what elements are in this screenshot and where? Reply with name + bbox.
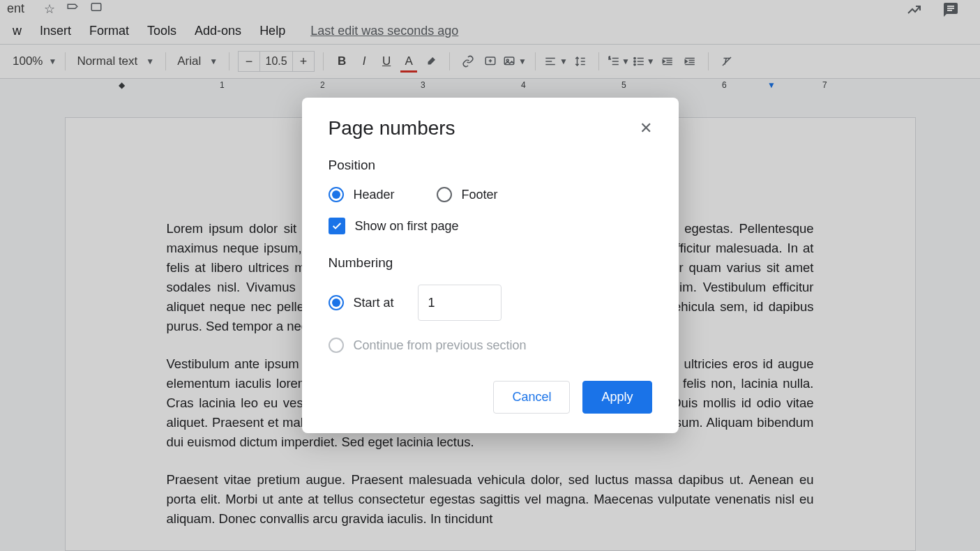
checkbox-icon xyxy=(329,218,345,234)
numbering-section-label: Numbering xyxy=(329,255,652,271)
dialog-title: Page numbers xyxy=(329,117,455,139)
radio-icon xyxy=(437,187,452,202)
modal-overlay: Page numbers ✕ Position Header Footer Sh… xyxy=(0,0,980,551)
radio-icon xyxy=(329,187,344,202)
position-footer-radio[interactable]: Footer xyxy=(437,187,498,202)
show-first-page-checkbox[interactable]: Show on first page xyxy=(329,218,652,234)
radio-label: Header xyxy=(354,188,395,202)
start-at-radio[interactable]: Start at xyxy=(329,295,394,310)
close-icon[interactable]: ✕ xyxy=(640,119,652,137)
position-header-radio[interactable]: Header xyxy=(329,187,395,202)
radio-label: Footer xyxy=(462,188,498,202)
apply-button[interactable]: Apply xyxy=(582,381,651,414)
radio-label: Continue from previous section xyxy=(354,338,527,353)
radio-icon xyxy=(329,295,344,310)
start-at-input[interactable] xyxy=(418,285,502,321)
page-numbers-dialog: Page numbers ✕ Position Header Footer Sh… xyxy=(302,98,679,433)
continue-previous-radio: Continue from previous section xyxy=(329,338,652,353)
position-section-label: Position xyxy=(329,158,652,173)
radio-label: Start at xyxy=(354,296,394,310)
radio-icon xyxy=(329,338,344,353)
checkbox-label: Show on first page xyxy=(355,219,459,234)
cancel-button[interactable]: Cancel xyxy=(493,381,570,414)
